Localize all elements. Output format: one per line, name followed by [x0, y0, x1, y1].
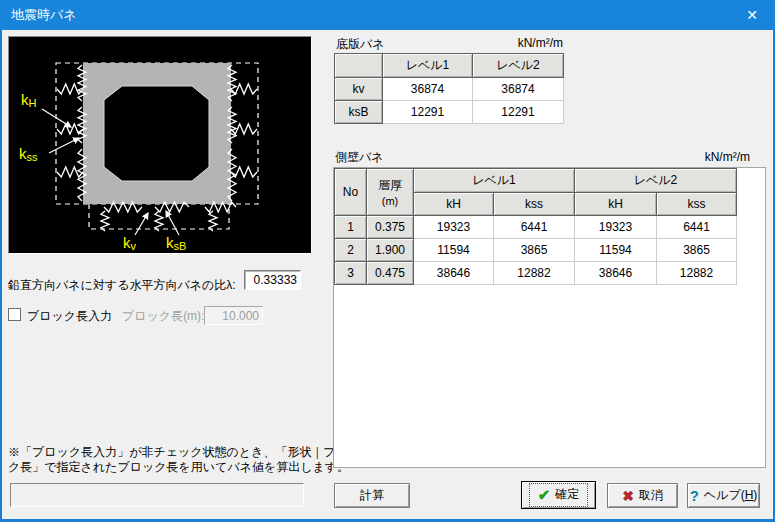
l1-kss-header: kss — [494, 193, 575, 216]
ratio-label: 鉛直方向バネに対する水平方向バネの比λ: — [8, 277, 236, 294]
kv-level1-cell[interactable]: 36874 — [383, 78, 473, 101]
cell-l1-kH[interactable]: 11594 — [414, 239, 494, 262]
table-row: 3 0.475 38646 12882 38646 12882 — [335, 262, 737, 285]
no-header: No — [335, 169, 367, 216]
block-length-checkbox[interactable] — [8, 308, 21, 321]
row-no: 1 — [335, 216, 367, 239]
wall-table-unit: kN/m²/m — [698, 150, 750, 164]
ok-button-focus: ✔ 確定 — [529, 483, 589, 507]
cell-l1-kH[interactable]: 19323 — [414, 216, 494, 239]
row-label-kv: kv — [335, 78, 383, 101]
wall-table-panel: No 層厚 (m) レベル1 レベル2 kH kss kH kss 1 0.37… — [333, 167, 766, 468]
row-thickness: 0.475 — [367, 262, 414, 285]
l1-kH-header: kH — [414, 193, 494, 216]
ksB-level2-cell[interactable]: 12291 — [473, 101, 564, 124]
row-thickness: 0.375 — [367, 216, 414, 239]
window-title: 地震時バネ — [11, 6, 77, 24]
close-icon: ✕ — [746, 7, 758, 23]
l2-kss-header: kss — [657, 193, 737, 216]
cell-l1-kss[interactable]: 12882 — [494, 262, 575, 285]
kss-arrow — [49, 138, 79, 153]
calc-button-label: 計算 — [360, 487, 384, 504]
close-button[interactable]: ✕ — [737, 3, 767, 27]
culvert-opening — [104, 86, 209, 181]
level2-header: レベル2 — [473, 54, 564, 78]
corner-cell — [335, 54, 383, 78]
ok-button[interactable]: ✔ 確定 — [521, 481, 596, 509]
cell-l2-kH[interactable]: 38646 — [575, 262, 657, 285]
wall-table-title: 側壁バネ — [335, 149, 384, 166]
check-icon: ✔ — [538, 487, 551, 502]
cell-l2-kH[interactable]: 11594 — [575, 239, 657, 262]
wall-spring-table: No 層厚 (m) レベル1 レベル2 kH kss kH kss 1 0.37… — [334, 168, 737, 285]
kss-label: kss — [19, 145, 38, 163]
level1-header: レベル1 — [383, 54, 473, 78]
bottom-spring-table: レベル1 レベル2 kv 36874 36874 ksB 12291 12291 — [334, 53, 564, 124]
help-button[interactable]: ? ヘルプ(H) — [687, 483, 760, 508]
spring-diagram-panel: kH kss kv ksB — [8, 36, 312, 254]
ksB-label: ksB — [166, 234, 186, 252]
row-thickness: 1.900 — [367, 239, 414, 262]
level1-group-header: レベル1 — [414, 169, 575, 193]
cell-l2-kss[interactable]: 12882 — [657, 262, 737, 285]
cell-l2-kH[interactable]: 19323 — [575, 216, 657, 239]
kv-arrow — [135, 213, 148, 235]
cell-l1-kss[interactable]: 3865 — [494, 239, 575, 262]
kv-level2-cell[interactable]: 36874 — [473, 78, 564, 101]
ok-button-label: 確定 — [555, 486, 579, 503]
bottom-table-unit: kN/m²/m — [500, 36, 563, 50]
cell-l1-kH[interactable]: 38646 — [414, 262, 494, 285]
bottom-table-title: 底版バネ — [336, 36, 385, 53]
block-length-label: ブロック長(m): — [122, 308, 204, 325]
table-row: 2 1.900 11594 3865 11594 3865 — [335, 239, 737, 262]
row-no: 3 — [335, 262, 367, 285]
calc-button[interactable]: 計算 — [334, 483, 410, 508]
x-icon: ✖ — [622, 489, 634, 503]
l2-kH-header: kH — [575, 193, 657, 216]
cancel-button[interactable]: ✖ 取消 — [607, 483, 678, 508]
cell-l2-kss[interactable]: 3865 — [657, 239, 737, 262]
kH-label: kH — [21, 91, 37, 109]
ksB-arrow — [166, 211, 179, 235]
row-label-ksB: ksB — [335, 101, 383, 124]
help-button-label: ヘルプ(H) — [704, 487, 758, 504]
note-line-2: ク長」で指定されたブロック長を用いてバネ値を算出します。 — [8, 459, 349, 476]
question-icon: ? — [690, 488, 699, 503]
thickness-header: 層厚 (m) — [367, 169, 414, 216]
cell-l2-kss[interactable]: 6441 — [657, 216, 737, 239]
status-box — [10, 483, 304, 507]
kv-label: kv — [123, 234, 137, 252]
cell-l1-kss[interactable]: 6441 — [494, 216, 575, 239]
block-length-checkbox-label: ブロック長入力 — [27, 308, 112, 325]
row-no: 2 — [335, 239, 367, 262]
ratio-input[interactable]: 0.33333 — [244, 270, 301, 290]
dialog-seismic-springs: 地震時バネ ✕ kH kss k — [0, 0, 775, 522]
ksB-level1-cell[interactable]: 12291 — [383, 101, 473, 124]
cancel-button-label: 取消 — [639, 487, 663, 504]
title-bar: 地震時バネ — [0, 0, 775, 30]
level2-group-header: レベル2 — [575, 169, 737, 193]
block-length-input: 10.000 — [204, 306, 263, 325]
spring-diagram: kH kss kv ksB — [9, 37, 311, 253]
table-row: 1 0.375 19323 6441 19323 6441 — [335, 216, 737, 239]
